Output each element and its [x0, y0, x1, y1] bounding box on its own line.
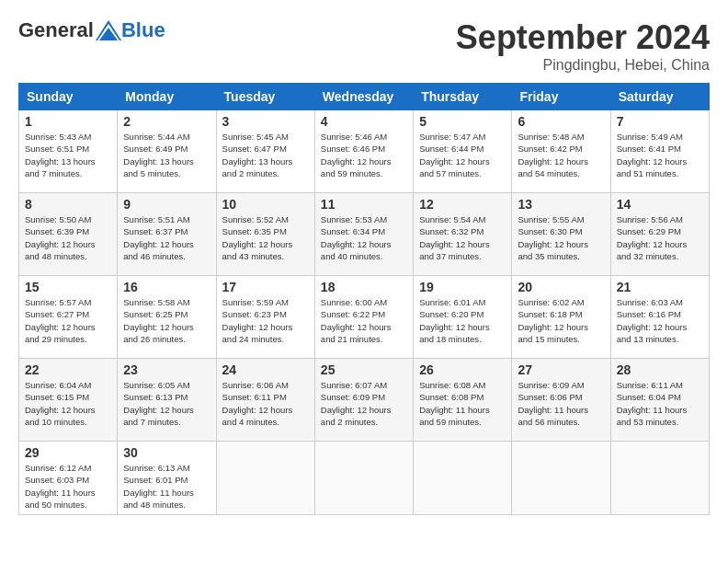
- calendar-cell: 25Sunrise: 6:07 AM Sunset: 6:09 PM Dayli…: [314, 359, 413, 442]
- day-number: 20: [518, 280, 604, 294]
- calendar-cell: 20Sunrise: 6:02 AM Sunset: 6:18 PM Dayli…: [512, 276, 610, 359]
- weekday-header-tuesday: Tuesday: [216, 84, 314, 110]
- logo-icon: [96, 20, 121, 40]
- month-title: September 2024: [456, 18, 710, 57]
- day-number: 4: [321, 114, 407, 129]
- day-number: 13: [518, 197, 604, 212]
- weekday-header-friday: Friday: [512, 84, 610, 110]
- day-info: Sunrise: 6:13 AM Sunset: 6:01 PM Dayligh…: [123, 462, 210, 511]
- day-number: 5: [419, 114, 506, 129]
- day-info: Sunrise: 5:47 AM Sunset: 6:44 PM Dayligh…: [419, 131, 506, 179]
- calendar-cell: [610, 442, 709, 515]
- calendar-cell: 11Sunrise: 5:53 AM Sunset: 6:34 PM Dayli…: [314, 193, 413, 276]
- calendar-cell: 9Sunrise: 5:51 AM Sunset: 6:37 PM Daylig…: [118, 193, 216, 276]
- day-number: 11: [321, 197, 407, 212]
- day-number: 30: [123, 445, 210, 460]
- day-info: Sunrise: 5:44 AM Sunset: 6:49 PM Dayligh…: [123, 131, 210, 179]
- calendar-cell: 17Sunrise: 5:59 AM Sunset: 6:23 PM Dayli…: [216, 276, 314, 359]
- logo-blue-text: Blue: [121, 18, 165, 42]
- day-number: 10: [222, 197, 309, 212]
- day-info: Sunrise: 6:11 AM Sunset: 6:04 PM Dayligh…: [617, 379, 703, 428]
- calendar-cell: 28Sunrise: 6:11 AM Sunset: 6:04 PM Dayli…: [610, 359, 709, 442]
- day-number: 21: [617, 280, 703, 294]
- calendar-cell: 8Sunrise: 5:50 AM Sunset: 6:39 PM Daylig…: [19, 193, 118, 276]
- calendar-cell: 14Sunrise: 5:56 AM Sunset: 6:29 PM Dayli…: [610, 193, 709, 276]
- day-info: Sunrise: 5:52 AM Sunset: 6:35 PM Dayligh…: [222, 213, 309, 262]
- day-number: 16: [123, 280, 210, 294]
- logo-general-text: General: [18, 18, 94, 42]
- day-number: 28: [617, 362, 703, 377]
- calendar-cell: 27Sunrise: 6:09 AM Sunset: 6:06 PM Dayli…: [512, 359, 610, 442]
- calendar-cell: 23Sunrise: 6:05 AM Sunset: 6:13 PM Dayli…: [118, 359, 216, 442]
- calendar-cell: 24Sunrise: 6:06 AM Sunset: 6:11 PM Dayli…: [216, 359, 314, 442]
- day-info: Sunrise: 6:08 AM Sunset: 6:08 PM Dayligh…: [419, 379, 506, 428]
- calendar-cell: 7Sunrise: 5:49 AM Sunset: 6:41 PM Daylig…: [610, 110, 709, 193]
- day-info: Sunrise: 6:03 AM Sunset: 6:16 PM Dayligh…: [617, 296, 703, 345]
- day-info: Sunrise: 6:12 AM Sunset: 6:03 PM Dayligh…: [25, 462, 111, 511]
- day-number: 2: [123, 114, 210, 129]
- location-text: Pingdingbu, Hebei, China: [456, 57, 710, 74]
- day-number: 17: [222, 280, 309, 294]
- day-number: 14: [617, 197, 703, 212]
- calendar-cell: 10Sunrise: 5:52 AM Sunset: 6:35 PM Dayli…: [216, 193, 314, 276]
- day-info: Sunrise: 6:02 AM Sunset: 6:18 PM Dayligh…: [518, 296, 604, 345]
- day-number: 23: [123, 362, 210, 377]
- weekday-header-wednesday: Wednesday: [314, 84, 413, 110]
- day-number: 24: [222, 362, 309, 377]
- day-info: Sunrise: 5:43 AM Sunset: 6:51 PM Dayligh…: [25, 131, 111, 179]
- calendar-table: SundayMondayTuesdayWednesdayThursdayFrid…: [18, 83, 710, 515]
- weekday-header-monday: Monday: [118, 84, 216, 110]
- day-info: Sunrise: 6:09 AM Sunset: 6:06 PM Dayligh…: [518, 379, 604, 428]
- day-number: 1: [25, 114, 111, 129]
- day-number: 25: [321, 362, 407, 377]
- calendar-cell: [414, 442, 512, 515]
- day-info: Sunrise: 5:57 AM Sunset: 6:27 PM Dayligh…: [25, 296, 111, 345]
- day-info: Sunrise: 5:54 AM Sunset: 6:32 PM Dayligh…: [419, 213, 506, 262]
- day-number: 6: [518, 114, 604, 129]
- day-info: Sunrise: 5:51 AM Sunset: 6:37 PM Dayligh…: [123, 213, 210, 262]
- day-info: Sunrise: 5:49 AM Sunset: 6:41 PM Dayligh…: [617, 131, 703, 179]
- calendar-cell: 22Sunrise: 6:04 AM Sunset: 6:15 PM Dayli…: [19, 359, 118, 442]
- day-number: 26: [419, 362, 506, 377]
- day-info: Sunrise: 6:01 AM Sunset: 6:20 PM Dayligh…: [419, 296, 506, 345]
- title-block: September 2024 Pingdingbu, Hebei, China: [456, 18, 710, 74]
- day-info: Sunrise: 5:55 AM Sunset: 6:30 PM Dayligh…: [518, 213, 604, 262]
- calendar-cell: 16Sunrise: 5:58 AM Sunset: 6:25 PM Dayli…: [118, 276, 216, 359]
- calendar-cell: 15Sunrise: 5:57 AM Sunset: 6:27 PM Dayli…: [19, 276, 118, 359]
- calendar-cell: [216, 442, 314, 515]
- weekday-header-saturday: Saturday: [610, 84, 709, 110]
- day-info: Sunrise: 5:56 AM Sunset: 6:29 PM Dayligh…: [617, 213, 703, 262]
- day-info: Sunrise: 6:07 AM Sunset: 6:09 PM Dayligh…: [321, 379, 407, 428]
- day-info: Sunrise: 5:53 AM Sunset: 6:34 PM Dayligh…: [321, 213, 407, 262]
- day-number: 12: [419, 197, 506, 212]
- weekday-header-sunday: Sunday: [19, 84, 118, 110]
- calendar-cell: 1Sunrise: 5:43 AM Sunset: 6:51 PM Daylig…: [19, 110, 118, 193]
- day-info: Sunrise: 6:06 AM Sunset: 6:11 PM Dayligh…: [222, 379, 309, 428]
- calendar-cell: 29Sunrise: 6:12 AM Sunset: 6:03 PM Dayli…: [19, 442, 118, 515]
- calendar-cell: 18Sunrise: 6:00 AM Sunset: 6:22 PM Dayli…: [314, 276, 413, 359]
- day-info: Sunrise: 5:48 AM Sunset: 6:42 PM Dayligh…: [518, 131, 604, 179]
- calendar-cell: 30Sunrise: 6:13 AM Sunset: 6:01 PM Dayli…: [118, 442, 216, 515]
- day-info: Sunrise: 6:05 AM Sunset: 6:13 PM Dayligh…: [123, 379, 210, 428]
- day-number: 18: [321, 280, 407, 294]
- day-number: 27: [518, 362, 604, 377]
- calendar-cell: 21Sunrise: 6:03 AM Sunset: 6:16 PM Dayli…: [610, 276, 709, 359]
- day-number: 9: [123, 197, 210, 212]
- day-number: 7: [617, 114, 703, 129]
- calendar-cell: 13Sunrise: 5:55 AM Sunset: 6:30 PM Dayli…: [512, 193, 610, 276]
- calendar-cell: 12Sunrise: 5:54 AM Sunset: 6:32 PM Dayli…: [414, 193, 512, 276]
- calendar-cell: 4Sunrise: 5:46 AM Sunset: 6:46 PM Daylig…: [314, 110, 413, 193]
- day-number: 22: [25, 362, 111, 377]
- day-info: Sunrise: 6:00 AM Sunset: 6:22 PM Dayligh…: [321, 296, 407, 345]
- calendar-cell: 3Sunrise: 5:45 AM Sunset: 6:47 PM Daylig…: [216, 110, 314, 193]
- day-number: 29: [25, 445, 111, 460]
- weekday-header-thursday: Thursday: [414, 84, 512, 110]
- calendar-cell: 26Sunrise: 6:08 AM Sunset: 6:08 PM Dayli…: [414, 359, 512, 442]
- day-info: Sunrise: 5:50 AM Sunset: 6:39 PM Dayligh…: [25, 213, 111, 262]
- calendar-cell: [314, 442, 413, 515]
- day-number: 19: [419, 280, 506, 294]
- page-header: General Blue September 2024 Pingdingbu, …: [18, 18, 710, 74]
- calendar-cell: 19Sunrise: 6:01 AM Sunset: 6:20 PM Dayli…: [414, 276, 512, 359]
- calendar-cell: 6Sunrise: 5:48 AM Sunset: 6:42 PM Daylig…: [512, 110, 610, 193]
- day-info: Sunrise: 5:46 AM Sunset: 6:46 PM Dayligh…: [321, 131, 407, 179]
